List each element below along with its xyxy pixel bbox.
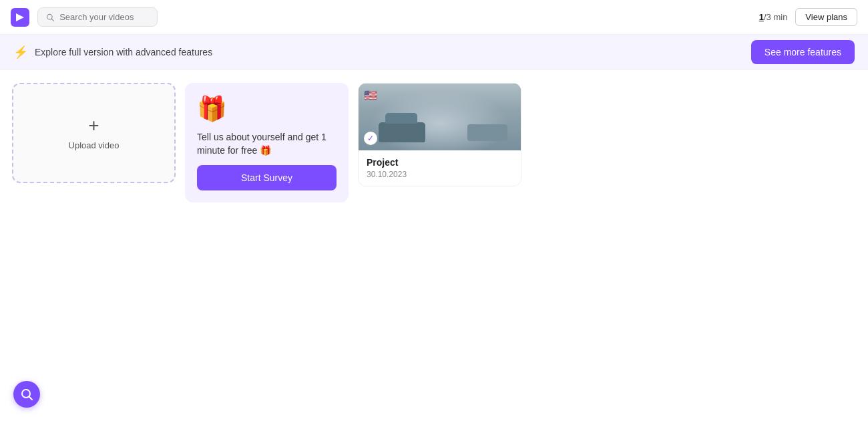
usage-unit: min — [771, 12, 788, 22]
usage-counter: 1/3 min — [759, 12, 788, 22]
car1 — [379, 122, 425, 142]
video-info: Project 30.10.2023 — [359, 150, 521, 186]
usage-current: 1 — [759, 12, 764, 22]
upload-card[interactable]: + Upload video — [12, 83, 176, 183]
check-icon: ✓ — [367, 134, 374, 143]
search-icon — [46, 13, 54, 22]
car2 — [467, 124, 507, 141]
search-circle-icon — [20, 388, 33, 401]
plus-icon: + — [88, 116, 99, 135]
view-plans-button[interactable]: View plans — [795, 8, 857, 26]
flag-badge: 🇺🇸 — [364, 89, 377, 102]
usage-total: 3 — [767, 12, 771, 22]
video-card[interactable]: 🇺🇸 ✓ Project 30.10.2023 — [358, 83, 521, 186]
svg-line-5 — [29, 397, 33, 400]
video-title: Project — [367, 157, 513, 168]
video-date: 30.10.2023 — [367, 170, 513, 179]
upload-label: Upload video — [69, 140, 120, 150]
video-thumbnail: 🇺🇸 ✓ — [359, 84, 521, 150]
start-survey-button[interactable]: Start Survey — [197, 165, 337, 190]
search-bar[interactable] — [37, 7, 158, 27]
main-content: + Upload video 🎁 Tell us about yourself … — [0, 69, 868, 216]
survey-text: Tell us about yourself and get 1 minute … — [197, 131, 337, 157]
gift-icon: 🎁 — [197, 95, 337, 123]
check-badge: ✓ — [364, 132, 377, 145]
search-input[interactable] — [59, 12, 149, 22]
svg-line-3 — [51, 19, 53, 21]
see-more-features-button[interactable]: See more features — [751, 40, 855, 64]
survey-card: 🎁 Tell us about yourself and get 1 minut… — [185, 83, 349, 202]
header-right: 1/3 min View plans — [759, 8, 857, 26]
chat-button[interactable] — [13, 381, 40, 408]
banner-text: Explore full version with advanced featu… — [35, 47, 744, 57]
logo[interactable] — [11, 8, 29, 27]
feature-banner: ⚡ Explore full version with advanced fea… — [0, 35, 868, 69]
header: 1/3 min View plans — [0, 0, 868, 35]
lightning-icon: ⚡ — [13, 45, 28, 59]
fog-scene — [359, 84, 521, 150]
